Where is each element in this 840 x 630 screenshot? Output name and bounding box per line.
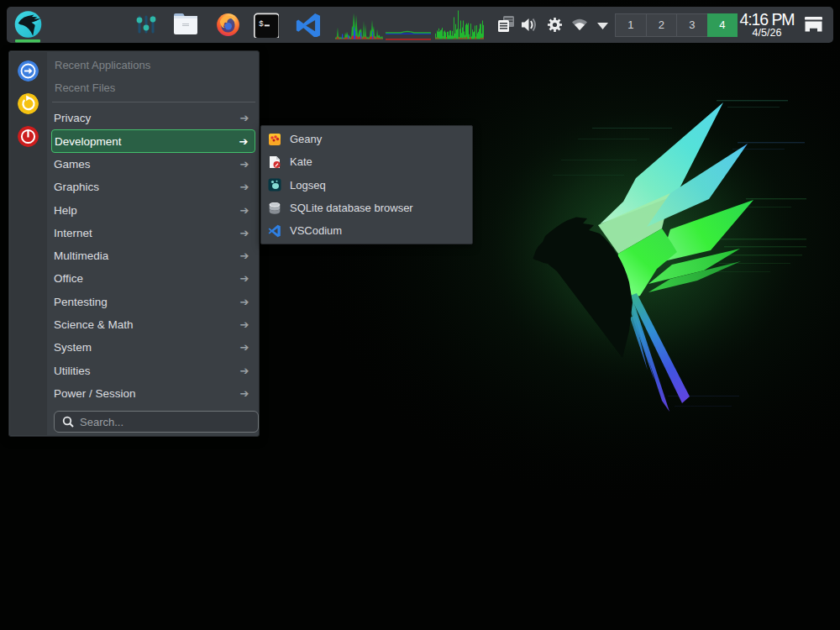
svg-text:$: $ (259, 18, 264, 28)
